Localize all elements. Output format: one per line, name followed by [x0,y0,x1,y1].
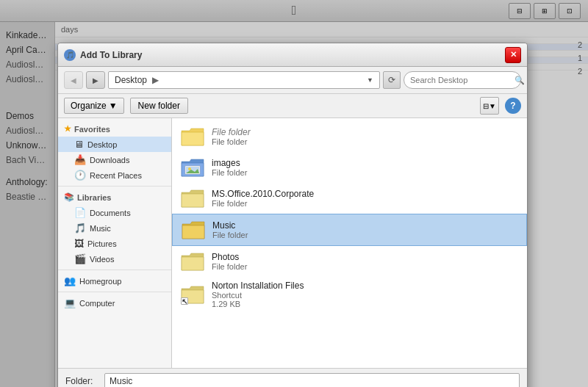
view-button[interactable]: ⊟▼ [480,97,499,115]
svg-point-2 [188,167,191,170]
sidebar-item-videos[interactable]: 🎬 Videos [58,251,171,267]
file-size-norton: 1.29 KB [212,300,304,308]
file-info-photos: Photos File folder [212,252,247,271]
toolbar: Organize ▼ New folder ⊟▼ ? [58,94,527,118]
back-icon: ◀ [71,76,76,84]
add-to-library-dialog: 🎵 Add To Library ✕ ◀ ▶ Desktop ▶ ▼ ⟳ 🔍 [57,43,528,387]
dialog-titlebar: 🎵 Add To Library ✕ [58,43,527,67]
file-item-images[interactable]: images File folder [172,152,527,183]
help-label: ? [510,101,515,111]
file-name-0: File folder [212,127,251,137]
file-item-msoffice[interactable]: MS.Office.2010.Corporate File folder [172,183,527,214]
file-info-0: File folder File folder [212,127,251,146]
folder-icon-music [180,218,207,242]
favorites-label: Favorites [74,125,110,134]
file-name-music: Music [212,220,248,231]
sidebar-item-music[interactable]: 🎵 Music [58,220,171,236]
recent-places-icon: 🕐 [74,170,86,181]
file-name-images: images [212,158,247,168]
homegroup-icon: 👥 [64,275,76,286]
file-name-photos: Photos [212,252,247,262]
file-info-msoffice: MS.Office.2010.Corporate File folder [212,189,314,208]
organize-dropdown-icon: ▼ [109,101,118,111]
file-type-0: File folder [212,137,251,146]
desktop-icon: 🖥 [74,139,84,150]
file-name-msoffice: MS.Office.2010.Corporate [212,189,314,199]
folder-input[interactable] [104,373,520,387]
file-item-photos[interactable]: Photos File folder [172,246,527,277]
folder-icon-photos [179,250,206,273]
divider-2 [58,270,171,270]
search-box: 🔍 [404,71,521,89]
address-bar: ◀ ▶ Desktop ▶ ▼ ⟳ 🔍 [58,67,527,94]
sidebar-item-pictures[interactable]: 🖼 Pictures [58,236,171,251]
file-item-music[interactable]: Music File folder [172,214,527,246]
dialog-footer: Folder: Select Folder Cancel [58,368,527,387]
favorites-section[interactable]: ★ Favorites [58,121,171,137]
forward-button[interactable]: ▶ [86,71,105,89]
file-type-images: File folder [212,168,247,177]
file-name-norton: Norton Installation Files [212,281,304,291]
recent-places-label: Recent Places [90,171,142,180]
file-item-0[interactable]: File folder File folder [172,121,527,152]
music-icon: 🎵 [74,223,86,234]
pictures-icon: 🖼 [74,238,84,249]
desktop-label: Desktop [87,140,117,149]
file-info-norton: Norton Installation Files Shortcut 1.29 … [212,281,304,308]
left-panel: ★ Favorites 🖥 Desktop 📥 Downloads 🕐 Rece… [58,118,172,368]
address-path-text: Desktop ▶ [115,75,367,85]
organize-button[interactable]: Organize ▼ [64,98,124,114]
dialog-body: ★ Favorites 🖥 Desktop 📥 Downloads 🕐 Rece… [58,118,527,368]
computer-icon: 💻 [64,297,76,308]
refresh-button[interactable]: ⟳ [383,71,401,89]
refresh-icon: ⟳ [388,75,395,85]
address-dropdown-icon[interactable]: ▼ [367,76,373,84]
search-input[interactable] [410,76,512,84]
folder-icon-images [179,156,206,179]
sidebar-item-downloads[interactable]: 📥 Downloads [58,152,171,167]
divider-3 [58,292,171,292]
sidebar-item-homegroup[interactable]: 👥 Homegroup [58,273,171,289]
file-type-norton: Shortcut [212,291,304,300]
sidebar-item-documents[interactable]: 📄 Documents [58,205,171,220]
documents-label: Documents [90,209,131,217]
file-item-norton[interactable]: ↖ Norton Installation Files Shortcut 1.2… [172,277,527,312]
folder-label-row: Folder: [65,373,520,387]
videos-label: Videos [90,255,114,264]
back-button[interactable]: ◀ [64,71,83,89]
libraries-icon: 📚 [64,192,74,202]
divider-1 [58,186,171,187]
sidebar-item-desktop[interactable]: 🖥 Desktop [58,137,171,152]
help-button[interactable]: ? [505,98,521,114]
downloads-icon: 📥 [74,154,86,165]
folder-icon-0 [179,125,206,148]
music-label: Music [90,224,111,233]
address-path[interactable]: Desktop ▶ ▼ [108,71,380,89]
new-folder-button[interactable]: New folder [130,98,188,114]
sidebar-item-computer[interactable]: 💻 Computer [58,295,171,311]
libraries-label: Libraries [77,193,111,202]
dialog-title-icon: 🎵 [64,49,76,61]
organize-label: Organize [71,101,107,111]
file-type-msoffice: File folder [212,199,314,208]
sidebar-item-recent-places[interactable]: 🕐 Recent Places [58,167,171,183]
file-type-music: File folder [212,231,248,239]
folder-icon-msoffice [179,187,206,210]
file-type-photos: File folder [212,262,247,271]
view-icon: ⊟▼ [483,102,496,110]
downloads-label: Downloads [90,156,129,164]
computer-label: Computer [79,299,115,308]
search-icon[interactable]: 🔍 [514,76,525,85]
forward-icon: ▶ [93,76,98,84]
new-folder-label: New folder [138,101,180,111]
documents-icon: 📄 [74,207,86,218]
dialog-title: Add To Library [80,50,505,60]
homegroup-label: Homegroup [79,277,121,286]
shortcut-arrow-icon: ↖ [181,297,188,305]
favorites-icon: ★ [64,124,71,134]
dialog-close-button[interactable]: ✕ [505,47,521,63]
file-info-music: Music File folder [212,220,248,239]
libraries-section[interactable]: 📚 Libraries [58,189,171,205]
folder-icon-norton: ↖ [179,283,206,306]
videos-icon: 🎬 [74,253,86,264]
